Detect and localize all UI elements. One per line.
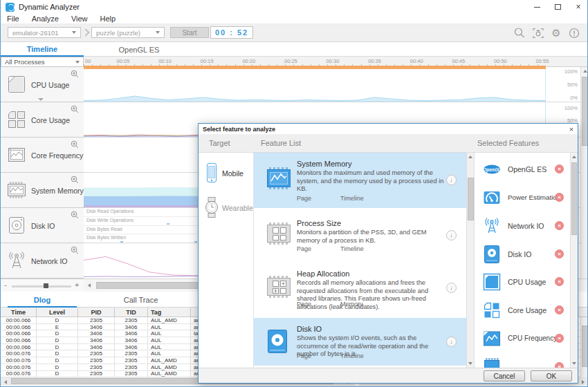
core-frequency-icon xyxy=(6,144,27,165)
selected-feature-disk-io[interactable]: Disk IO × xyxy=(475,242,570,267)
remove-icon[interactable]: × xyxy=(555,305,564,314)
timeline-zoom-slider: - + xyxy=(1,279,84,292)
process-size-feature-icon xyxy=(265,222,293,245)
remove-icon[interactable]: × xyxy=(555,193,564,202)
scrollbar-thumb[interactable] xyxy=(582,77,588,146)
zoom-icon[interactable] xyxy=(71,70,79,78)
column-header-time[interactable]: Time xyxy=(1,308,37,317)
selected-feature-core-usage[interactable]: Core Usage × xyxy=(475,298,570,323)
remove-icon[interactable]: × xyxy=(555,249,564,258)
cancel-button[interactable]: Cancel xyxy=(484,370,525,381)
target-wearable[interactable]: Wearable xyxy=(199,196,254,223)
scroll-up-button[interactable] xyxy=(571,153,578,161)
settings-button[interactable]: ⚙ xyxy=(550,27,562,39)
start-button[interactable]: Start xyxy=(170,27,209,38)
window-titlebar: Dynamic Analyzer × xyxy=(1,0,588,14)
feature-list-scrollbar[interactable] xyxy=(466,153,475,368)
remove-icon[interactable]: × xyxy=(555,221,564,230)
tab-opengl-es[interactable]: OpenGL ES xyxy=(84,42,194,57)
scroll-up-button[interactable] xyxy=(467,153,474,161)
target-mobile[interactable]: Mobile xyxy=(199,161,254,189)
menu-help[interactable]: Help xyxy=(100,15,116,23)
close-button[interactable]: × xyxy=(568,0,588,14)
info-icon[interactable]: i xyxy=(446,230,457,240)
info-button[interactable] xyxy=(568,27,580,39)
charts-vertical-scrollbar[interactable] xyxy=(580,67,588,279)
chart-row-system-memory[interactable]: System Memory xyxy=(1,173,84,208)
slider-thumb[interactable] xyxy=(44,283,48,288)
collapse-handle-icon[interactable] xyxy=(38,98,44,101)
scrollbar-thumb[interactable] xyxy=(468,178,474,220)
zoom-icon[interactable] xyxy=(71,140,79,149)
screenshot-button[interactable] xyxy=(532,27,544,39)
selected-features-list: OpenGL OpenGL ES × Power Estimation × xyxy=(475,153,570,368)
zoom-icon[interactable] xyxy=(71,176,79,184)
scroll-left-button[interactable] xyxy=(85,281,93,290)
feature-item-process-size[interactable]: Process Size Monitors a partition of the… xyxy=(254,212,466,258)
scrollbar-thumb[interactable] xyxy=(582,325,588,367)
menu-view[interactable]: View xyxy=(71,15,88,23)
column-header-tag[interactable]: Tag xyxy=(148,308,191,317)
zoom-out-button[interactable]: - xyxy=(4,281,7,289)
scrollbar-thumb[interactable] xyxy=(571,162,577,235)
scroll-right-button[interactable] xyxy=(579,378,587,386)
menu-file[interactable]: File xyxy=(7,15,19,23)
remove-icon[interactable]: × xyxy=(555,362,564,368)
info-icon[interactable]: i xyxy=(446,175,457,185)
cpu-usage-chart-row[interactable] xyxy=(84,67,580,102)
tab-call-trace[interactable]: Call Trace xyxy=(84,292,198,308)
tab-timeline[interactable]: Timeline xyxy=(1,42,84,57)
gear-icon: ⚙ xyxy=(551,27,560,39)
chart-row-core-usage[interactable]: Core Usage xyxy=(1,102,84,138)
remove-icon[interactable]: × xyxy=(555,164,564,173)
selected-feature-cpu-frequency[interactable]: CPU Frequency × xyxy=(475,326,570,351)
maximize-button[interactable] xyxy=(547,0,568,14)
feature-item-heap-allocation[interactable]: Heap Allocation Records all memory alloc… xyxy=(254,263,466,314)
selected-features-scrollbar[interactable] xyxy=(570,153,578,368)
tab-dlog[interactable]: Dlog xyxy=(1,292,84,308)
slider-track[interactable] xyxy=(12,285,71,287)
selected-feature-cpu-usage[interactable]: CPU Usage × xyxy=(475,270,570,294)
process-filter-select[interactable]: All Processes xyxy=(1,57,84,67)
column-header-tid[interactable]: TID xyxy=(115,308,148,317)
scroll-left-button[interactable] xyxy=(1,378,10,386)
dialog-close-button[interactable]: × xyxy=(565,124,578,135)
chart-row-cpu-usage[interactable]: CPU Usage xyxy=(1,67,84,102)
axis-label: 100% xyxy=(547,68,578,75)
minimize-button[interactable] xyxy=(526,0,547,14)
menu-analyze[interactable]: Analyze xyxy=(32,15,59,23)
ruler-tick: 00:50 xyxy=(494,58,507,64)
zoom-in-button[interactable]: + xyxy=(75,281,79,289)
scroll-down-button[interactable] xyxy=(571,359,578,368)
column-header-level[interactable]: Level xyxy=(37,308,78,317)
remove-icon[interactable]: × xyxy=(555,334,564,343)
column-header-pid[interactable]: PID xyxy=(78,308,115,317)
scroll-up-button[interactable] xyxy=(581,67,588,75)
info-icon[interactable]: i xyxy=(446,337,457,347)
disk-io-blue-icon xyxy=(483,245,501,263)
chart-row-disk-io[interactable]: Disk IO xyxy=(1,208,84,243)
feature-item-disk-io[interactable]: Disk IO Shows the system I/O events, suc… xyxy=(254,318,466,366)
selected-feature-power-estimation[interactable]: Power Estimation × xyxy=(475,185,570,210)
chart-row-core-frequency[interactable]: Core Frequency xyxy=(1,138,84,173)
table-vertical-scrollbar[interactable] xyxy=(580,317,588,377)
zoom-icon[interactable] xyxy=(71,211,79,219)
ok-button[interactable]: OK xyxy=(531,370,572,381)
zoom-icon[interactable] xyxy=(71,105,79,113)
remove-icon[interactable]: × xyxy=(555,277,564,286)
application-select[interactable]: puzzle (puzzle) xyxy=(91,27,165,38)
ruler-tick: 00:35 xyxy=(368,58,381,64)
search-button[interactable] xyxy=(513,27,526,39)
device-select[interactable]: emulator-26101 xyxy=(8,27,81,38)
cpu-usage-blue-icon xyxy=(483,273,501,291)
info-icon xyxy=(568,27,580,39)
scroll-down-button[interactable] xyxy=(467,359,474,368)
selected-feature-network-io[interactable]: Network IO × xyxy=(475,214,570,238)
zoom-icon[interactable] xyxy=(71,246,79,254)
selected-feature-partial[interactable]: × xyxy=(475,355,570,368)
selected-feature-opengl-es[interactable]: OpenGL OpenGL ES × xyxy=(475,157,570,182)
chart-row-network-io[interactable]: Network IO xyxy=(1,243,84,279)
feature-item-system-memory[interactable]: System Memory Monitors the maximum and u… xyxy=(254,153,466,208)
info-icon[interactable]: i xyxy=(446,283,457,293)
heap-allocation-feature-icon xyxy=(265,275,293,299)
